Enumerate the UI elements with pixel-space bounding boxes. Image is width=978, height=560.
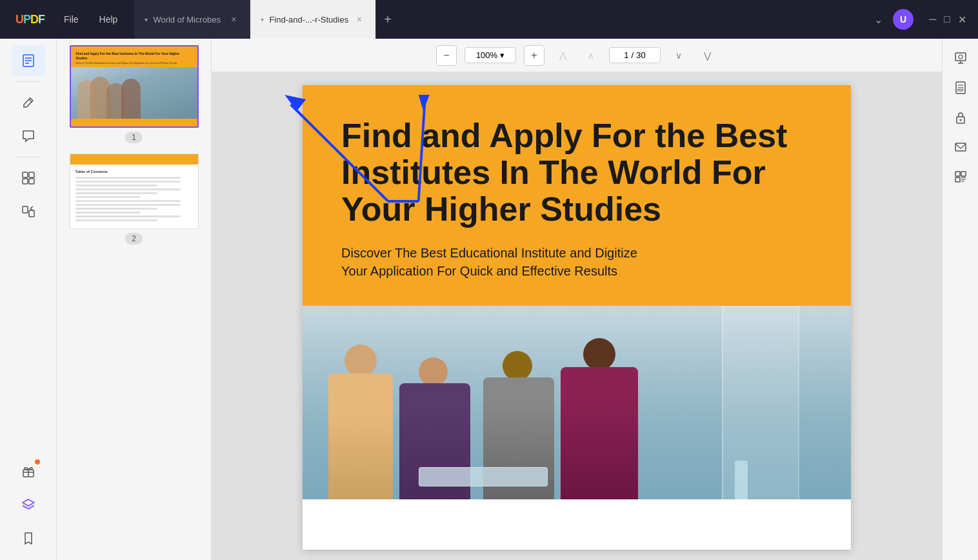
thumbnail-number-2: 2 xyxy=(125,233,143,245)
zoom-out-icon: − xyxy=(443,50,449,61)
zoom-display[interactable]: 100% ▾ xyxy=(464,47,516,63)
page-total: 30 xyxy=(636,50,645,60)
right-icon-mail[interactable] xyxy=(948,134,973,160)
right-icon-ai[interactable] xyxy=(948,45,973,71)
pdf-viewer: − 100% ▾ + ⋀ ∧ 1 / 30 ∨ ⋁ xyxy=(212,39,942,560)
sidebar-icon-layers[interactable] xyxy=(12,489,45,520)
title-bar-right: ⌄ U xyxy=(859,9,924,30)
sidebar-icon-edit[interactable] xyxy=(12,87,45,118)
tab1-close-button[interactable]: × xyxy=(228,14,239,25)
tab2-close-button[interactable]: × xyxy=(354,14,365,25)
toc-line xyxy=(75,185,157,186)
gift-badge xyxy=(35,459,40,465)
menu-bar: File Help xyxy=(54,9,128,30)
svg-rect-10 xyxy=(29,210,34,217)
svg-point-28 xyxy=(959,119,961,121)
sidebar-icon-reader[interactable] xyxy=(12,45,45,76)
svg-rect-9 xyxy=(23,206,28,213)
minimize-button[interactable]: ─ xyxy=(929,14,936,26)
pdf-main-title: Find and Apply For the Best Institutes I… xyxy=(341,117,812,228)
tab2-label: Find-and-...-r-Studies xyxy=(269,15,348,25)
toc-line xyxy=(75,208,157,210)
viewer-toolbar: − 100% ▾ + ⋀ ∧ 1 / 30 ∨ ⋁ xyxy=(212,39,942,72)
tabs-area: ▾ World of Microbes × ▾ Find-and-...-r-S… xyxy=(134,0,859,39)
right-icon-ocr[interactable] xyxy=(948,164,973,190)
thumbnail-frame-2[interactable]: Table of Contents xyxy=(70,154,199,229)
sidebar-icon-convert[interactable] xyxy=(12,196,45,227)
nav-next-button[interactable]: ∨ xyxy=(668,45,689,66)
svg-rect-7 xyxy=(23,179,28,184)
help-menu[interactable]: Help xyxy=(89,9,128,30)
pdf-image-section xyxy=(303,306,851,499)
page-current: 1 xyxy=(624,50,628,60)
tab1-label: World of Microbes xyxy=(153,15,221,25)
window-controls: ─ □ ✕ xyxy=(924,14,972,26)
pdf-yellow-section: Find and Apply For the Best Institutes I… xyxy=(303,85,851,306)
sidebar-icon-gift[interactable] xyxy=(12,455,45,486)
toc-line xyxy=(75,177,181,179)
sidebar-divider-1 xyxy=(15,81,41,82)
maximize-button[interactable]: □ xyxy=(944,14,950,26)
svg-rect-5 xyxy=(23,172,28,177)
file-menu[interactable]: File xyxy=(54,9,89,30)
sidebar-icon-bookmark[interactable] xyxy=(12,523,45,554)
updf-logo[interactable]: UPDF xyxy=(6,13,54,26)
svg-line-4 xyxy=(29,99,32,102)
toc-line xyxy=(75,196,140,198)
title-bar: UPDF File Help ▾ World of Microbes × ▾ F… xyxy=(0,0,978,39)
toc-line xyxy=(75,215,181,217)
sidebar-icon-organize[interactable] xyxy=(12,163,45,194)
zoom-in-icon: + xyxy=(531,50,537,61)
main-content: Find and Apply For the Best Institutes I… xyxy=(0,39,978,560)
svg-rect-29 xyxy=(955,143,966,151)
toc-line xyxy=(75,200,181,202)
zoom-in-button[interactable]: + xyxy=(524,45,544,66)
thumbnail-item-2[interactable]: Table of Contents 2 xyxy=(63,154,205,245)
sidebar-icon-comment[interactable] xyxy=(12,121,45,152)
svg-point-22 xyxy=(959,55,963,59)
zoom-level-text: 100% xyxy=(476,50,497,60)
tab1-dropdown-icon[interactable]: ▾ xyxy=(145,16,148,23)
zoom-out-button[interactable]: − xyxy=(436,45,457,66)
pdf-content-area[interactable]: Find and Apply For the Best Institutes I… xyxy=(212,72,942,560)
nav-prev-button[interactable]: ∧ xyxy=(581,45,601,66)
page-separator: / xyxy=(632,50,634,60)
thumbnail-panel: Find and Apply For the Best Institutes I… xyxy=(57,39,212,560)
tab2-dropdown-icon[interactable]: ▾ xyxy=(261,16,264,23)
left-sidebar xyxy=(0,39,57,560)
toc-line xyxy=(75,204,181,206)
svg-rect-32 xyxy=(961,172,966,176)
toc-line xyxy=(75,188,181,190)
pdf-subtitle: Discover The Best Educational Institute … xyxy=(341,244,728,280)
pdf-page-1: Find and Apply For the Best Institutes I… xyxy=(303,85,851,550)
right-icon-pdf[interactable]: PDF↑ xyxy=(948,75,973,101)
toc-line xyxy=(75,219,157,221)
zoom-dropdown-icon: ▾ xyxy=(500,50,504,60)
right-sidebar: PDF↑ xyxy=(942,39,978,560)
toc-line xyxy=(75,192,157,194)
tab-world-of-microbes[interactable]: ▾ World of Microbes × xyxy=(134,0,250,39)
nav-last-button[interactable]: ⋁ xyxy=(697,45,717,66)
svg-rect-30 xyxy=(955,172,960,176)
new-tab-button[interactable]: + xyxy=(376,0,399,39)
svg-rect-8 xyxy=(29,179,34,184)
sidebar-divider-2 xyxy=(15,157,41,157)
nav-first-button[interactable]: ⋀ xyxy=(552,45,573,66)
user-avatar[interactable]: U xyxy=(893,9,913,30)
thumbnail-number-1: 1 xyxy=(125,132,143,143)
tab-find-and-studies[interactable]: ▾ Find-and-...-r-Studies × xyxy=(250,0,376,39)
page-indicator[interactable]: 1 / 30 xyxy=(609,47,661,63)
svg-rect-31 xyxy=(955,177,960,182)
svg-rect-6 xyxy=(29,172,34,177)
toc-line xyxy=(75,212,140,214)
window-dropdown-icon[interactable]: ⌄ xyxy=(869,11,888,28)
svg-rect-19 xyxy=(955,53,966,61)
close-button[interactable]: ✕ xyxy=(958,14,966,26)
thumbnail-frame-1[interactable]: Find and Apply For the Best Institutes I… xyxy=(70,45,199,128)
right-icon-lock[interactable] xyxy=(948,105,973,130)
thumbnail-item-1[interactable]: Find and Apply For the Best Institutes I… xyxy=(63,45,205,143)
toc-line xyxy=(75,181,181,183)
svg-text:PDF↑: PDF↑ xyxy=(957,88,966,92)
